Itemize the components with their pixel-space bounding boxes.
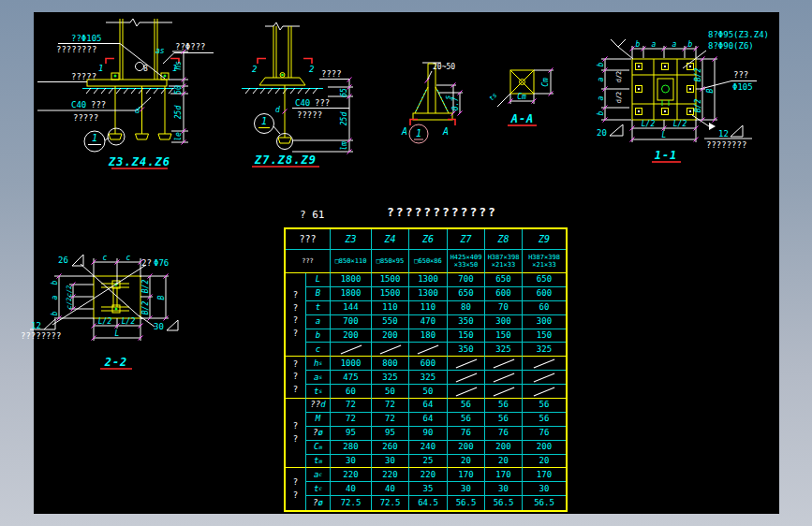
table-cell: 220 xyxy=(331,468,372,482)
table-cell: 350 xyxy=(448,343,485,357)
table-cell: 56 xyxy=(485,413,523,427)
table-cell: 30 xyxy=(523,482,566,496)
table-cell: 325 xyxy=(372,371,409,385)
table-cell: 50 xyxy=(409,385,448,399)
table-cell: 350 xyxy=(448,315,485,329)
table-cell: 1000 xyxy=(331,357,372,371)
table-cell: 200 xyxy=(331,329,372,343)
table-corner: ??? xyxy=(286,229,331,250)
table-col-header: Z7 xyxy=(448,229,485,250)
table-row-symbol: a xyxy=(306,315,331,329)
table-cell: 80 xyxy=(448,301,485,315)
table-cell: 1300 xyxy=(409,287,448,301)
table-row-symbol: tm xyxy=(306,455,331,469)
table-cell: 90 xyxy=(409,427,448,441)
table-row-symbol: ts xyxy=(306,385,331,399)
table-cell: 1300 xyxy=(409,273,448,287)
table-cell: 20 xyxy=(485,455,523,469)
table-cell: 25 xyxy=(409,455,448,469)
table-row-symbol: b xyxy=(306,329,331,343)
table-cell: 60 xyxy=(523,301,566,315)
table-cell xyxy=(448,357,485,371)
table-cell: 64 xyxy=(409,399,448,413)
table-cell: 110 xyxy=(372,301,409,315)
table-row-symbol: Cm xyxy=(306,441,331,455)
table-cell: 30 xyxy=(485,482,523,496)
table-cell: 70 xyxy=(485,301,523,315)
table-cell xyxy=(523,371,566,385)
table-cell: 150 xyxy=(448,329,485,343)
table-cell xyxy=(448,385,485,399)
table-cell xyxy=(372,343,409,357)
table-cell: 76 xyxy=(523,427,566,441)
table-cell: 20 xyxy=(448,455,485,469)
table-title: ???????????? xyxy=(387,205,497,219)
table-cell: 1800 xyxy=(331,287,372,301)
table-cell: 220 xyxy=(372,468,409,482)
table-cell: 72 xyxy=(331,399,372,413)
table-cell: 56 xyxy=(523,399,566,413)
table-cell: 325 xyxy=(523,343,566,357)
table-cell: 600 xyxy=(485,287,523,301)
table-cell: 56.5 xyxy=(448,496,485,510)
table-cell: 700 xyxy=(448,273,485,287)
table-section-value: H387×398 ×21×33 xyxy=(485,250,523,273)
table-row-symbol: tc xyxy=(306,482,331,496)
cad-viewport: { "palette":{"yellow":"#ffff00","cyan":"… xyxy=(0,0,812,526)
table-cell: 200 xyxy=(485,441,523,455)
table-section-value: H425×409 ×33×50 xyxy=(448,250,485,273)
parameter-table: ???Z3Z4Z6Z7Z8Z9???□850×110□850×95□650×86… xyxy=(284,227,568,512)
table-group-label: ? ? ? xyxy=(286,357,306,399)
table-cell: 110 xyxy=(409,301,448,315)
table-cell: 1500 xyxy=(372,287,409,301)
table-cell: 30 xyxy=(331,455,372,469)
table-cell xyxy=(409,343,448,357)
table-cell: 470 xyxy=(409,315,448,329)
table-cell: 650 xyxy=(485,273,523,287)
table-row-symbol: as xyxy=(306,371,331,385)
table-group-label: ? ? xyxy=(286,468,306,510)
table-col-header: Z6 xyxy=(409,229,448,250)
table-cell: 300 xyxy=(523,315,566,329)
table-cell xyxy=(485,357,523,371)
table-cell: 56 xyxy=(448,413,485,427)
table-cell: 35 xyxy=(409,482,448,496)
table-col-header: Z3 xyxy=(331,229,372,250)
table-col-header: Z4 xyxy=(372,229,409,250)
table-section-value: □850×95 xyxy=(372,250,409,273)
table-cell: 30 xyxy=(372,455,409,469)
table-cell: 200 xyxy=(523,441,566,455)
table-row-symbol: ??d xyxy=(306,399,331,413)
table-cell: 600 xyxy=(409,357,448,371)
table-cell: 260 xyxy=(372,441,409,455)
table-cell: 40 xyxy=(331,482,372,496)
table-cell: 150 xyxy=(523,329,566,343)
table-cell: 170 xyxy=(448,468,485,482)
table-cell: 180 xyxy=(409,329,448,343)
table-cell: 72.5 xyxy=(331,496,372,510)
table-cell: 72 xyxy=(372,399,409,413)
table-cell: 600 xyxy=(523,287,566,301)
table-cell: 300 xyxy=(485,315,523,329)
table-row-symbol: ?ø xyxy=(306,496,331,510)
table-cell: 95 xyxy=(331,427,372,441)
table-group-label: ? ? xyxy=(286,399,306,468)
table-cell xyxy=(485,385,523,399)
table-cell: 56 xyxy=(448,399,485,413)
table-cell: 30 xyxy=(448,482,485,496)
table-cell xyxy=(331,343,372,357)
table-cell: 56 xyxy=(485,399,523,413)
table-cell: 144 xyxy=(331,301,372,315)
table-cell: 56.5 xyxy=(523,496,566,510)
table-col-header: Z9 xyxy=(523,229,566,250)
table-cell: 325 xyxy=(409,371,448,385)
table-cell: 64 xyxy=(409,413,448,427)
table-row-symbol: L xyxy=(306,273,331,287)
table-cell: 76 xyxy=(485,427,523,441)
table-cell: 220 xyxy=(409,468,448,482)
table-cell xyxy=(523,385,566,399)
table-cell: 550 xyxy=(372,315,409,329)
table-ref: ? 61 xyxy=(300,209,325,221)
table-cell: 650 xyxy=(523,273,566,287)
table-col-header: Z8 xyxy=(485,229,523,250)
